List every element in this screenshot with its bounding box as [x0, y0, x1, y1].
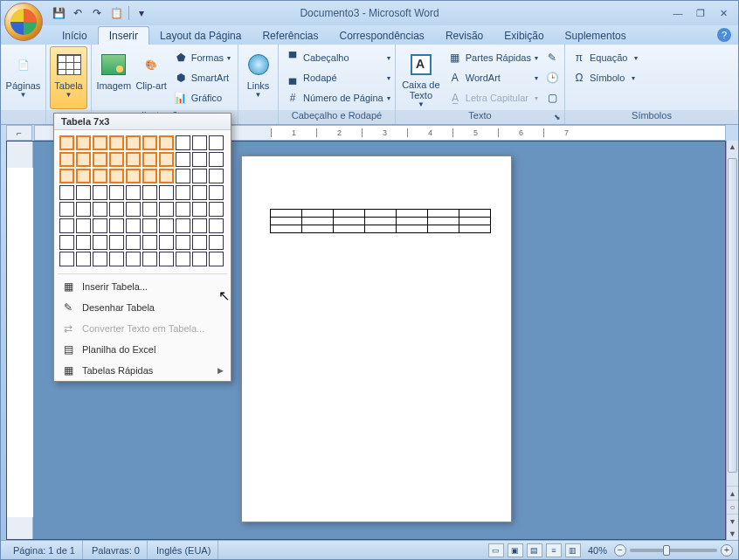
scroll-thumb[interactable]	[728, 158, 737, 473]
grid-cell[interactable]	[159, 185, 174, 200]
dropcap-button[interactable]: A̲Letra Capitular▾	[445, 88, 542, 107]
grid-cell[interactable]	[209, 218, 224, 233]
object-button[interactable]: ▢	[543, 88, 561, 107]
grid-cell[interactable]	[109, 185, 124, 200]
ruler-corner[interactable]: ⌐	[6, 125, 32, 141]
status-page[interactable]: Página: 1 de 1	[6, 541, 83, 559]
grid-cell[interactable]	[176, 218, 190, 233]
grid-cell[interactable]	[93, 235, 107, 250]
grid-cell[interactable]	[142, 202, 157, 217]
grid-cell[interactable]	[209, 252, 224, 266]
grid-cell[interactable]	[126, 135, 141, 150]
grid-cell[interactable]	[192, 202, 207, 217]
clipart-button[interactable]: 🎨 Clip-art	[135, 46, 169, 109]
browse-object-button[interactable]: ○	[727, 500, 738, 514]
minimize-button[interactable]: —	[668, 6, 687, 20]
grid-cell[interactable]	[76, 218, 91, 233]
zoom-out-button[interactable]: −	[614, 544, 626, 557]
grid-cell[interactable]	[159, 252, 174, 266]
close-button[interactable]: ✕	[714, 6, 733, 20]
scroll-up-button[interactable]: ▲	[727, 141, 738, 153]
grid-cell[interactable]	[76, 202, 91, 217]
quick-tables-item[interactable]: ▦Tabelas Rápidas▶	[54, 360, 231, 381]
view-outline[interactable]: ≡	[546, 543, 562, 557]
signature-button[interactable]: ✎	[543, 48, 561, 67]
table-size-grid[interactable]	[54, 130, 231, 272]
grid-cell[interactable]	[142, 169, 157, 183]
grid-cell[interactable]	[76, 235, 91, 250]
document-page[interactable]	[241, 156, 512, 522]
chart-button[interactable]: 📊Gráfico	[170, 88, 234, 107]
draw-table-item[interactable]: ✎Desenhar Tabela	[54, 297, 231, 318]
grid-cell[interactable]	[59, 152, 74, 167]
qat-paste-button[interactable]: 📋	[107, 4, 125, 22]
grid-cell[interactable]	[159, 218, 174, 233]
grid-cell[interactable]	[126, 185, 141, 200]
grid-cell[interactable]	[93, 135, 107, 150]
view-draft[interactable]: ▥	[565, 543, 581, 557]
grid-cell[interactable]	[159, 235, 174, 250]
pagenum-button[interactable]: #Número de Página▾	[282, 88, 394, 107]
vertical-ruler[interactable]	[7, 142, 33, 539]
wordart-button[interactable]: AWordArt▾	[445, 68, 542, 87]
grid-cell[interactable]	[142, 185, 157, 200]
grid-cell[interactable]	[209, 135, 224, 150]
smartart-button[interactable]: ⬢SmartArt	[170, 68, 234, 87]
office-button[interactable]	[4, 3, 43, 41]
grid-cell[interactable]	[109, 235, 124, 250]
grid-cell[interactable]	[209, 235, 224, 250]
grid-cell[interactable]	[109, 218, 124, 233]
insert-table-item[interactable]: ▦Inserir Tabela...	[54, 276, 231, 297]
grid-cell[interactable]	[59, 252, 74, 266]
grid-cell[interactable]	[209, 185, 224, 200]
grid-cell[interactable]	[192, 185, 207, 200]
grid-cell[interactable]	[192, 135, 207, 150]
grid-cell[interactable]	[192, 152, 207, 167]
grid-cell[interactable]	[176, 202, 190, 217]
grid-cell[interactable]	[159, 152, 174, 167]
grid-cell[interactable]	[209, 169, 224, 183]
status-wordcount[interactable]: Palavras: 0	[85, 541, 148, 559]
pages-button[interactable]: 📄 Páginas ▼	[4, 46, 42, 109]
grid-cell[interactable]	[159, 169, 174, 183]
help-button[interactable]: ?	[717, 28, 731, 42]
grid-cell[interactable]	[176, 135, 190, 150]
datetime-button[interactable]: 🕒	[543, 68, 561, 87]
grid-cell[interactable]	[59, 235, 74, 250]
grid-cell[interactable]	[142, 252, 157, 266]
grid-cell[interactable]	[93, 202, 107, 217]
grid-cell[interactable]	[126, 169, 141, 183]
status-language[interactable]: Inglês (EUA)	[149, 541, 218, 559]
view-web-layout[interactable]: ▤	[527, 543, 542, 557]
scroll-down-button[interactable]: ▼	[727, 528, 738, 540]
grid-cell[interactable]	[59, 169, 74, 183]
grid-cell[interactable]	[126, 235, 141, 250]
grid-cell[interactable]	[192, 235, 207, 250]
grid-cell[interactable]	[176, 185, 190, 200]
symbol-button[interactable]: ΩSímbolo▾	[569, 68, 641, 87]
grid-cell[interactable]	[93, 169, 107, 183]
textbox-button[interactable]: Caixa de Texto ▼	[399, 46, 443, 109]
grid-cell[interactable]	[59, 202, 74, 217]
restore-button[interactable]: ❐	[691, 6, 710, 20]
grid-cell[interactable]	[159, 135, 174, 150]
grid-cell[interactable]	[76, 185, 91, 200]
tab-home[interactable]: Início	[52, 27, 98, 45]
image-button[interactable]: Imagem	[95, 46, 133, 109]
qat-customize-button[interactable]: ▾	[133, 4, 150, 22]
zoom-in-button[interactable]: +	[721, 544, 733, 557]
grid-cell[interactable]	[176, 152, 190, 167]
grid-cell[interactable]	[192, 169, 207, 183]
grid-cell[interactable]	[176, 252, 190, 266]
shapes-button[interactable]: ⬟Formas▾	[170, 48, 234, 67]
grid-cell[interactable]	[109, 252, 124, 266]
grid-cell[interactable]	[109, 152, 124, 167]
grid-cell[interactable]	[76, 152, 91, 167]
links-button[interactable]: Links ▼	[242, 46, 274, 109]
tab-addins[interactable]: Suplementos	[555, 27, 637, 45]
grid-cell[interactable]	[142, 218, 157, 233]
table-button[interactable]: Tabela ▼	[50, 46, 87, 109]
grid-cell[interactable]	[126, 252, 141, 266]
grid-cell[interactable]	[176, 235, 190, 250]
tab-review[interactable]: Revisão	[435, 27, 494, 45]
